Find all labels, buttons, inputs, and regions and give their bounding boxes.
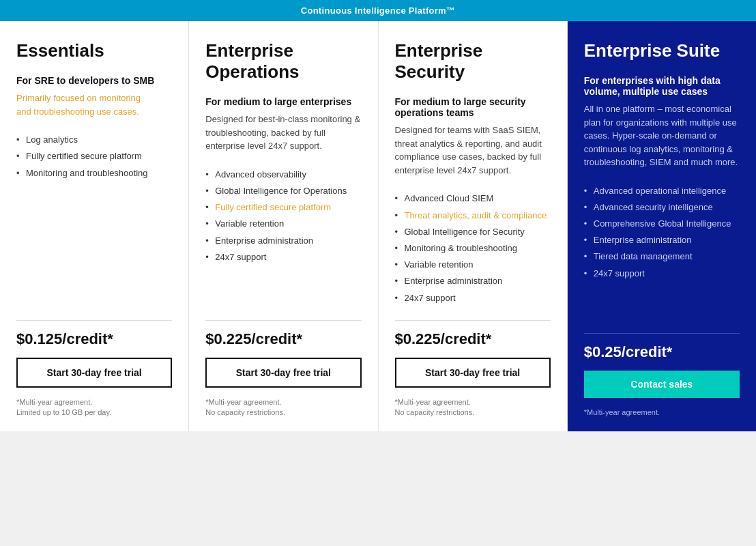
plan-desc-enterprise-operations: Designed for best-in-class monitoring & … bbox=[205, 113, 361, 153]
plan-col-enterprise-security: Enterprise SecurityFor medium to large s… bbox=[379, 21, 568, 431]
section-divider bbox=[16, 320, 172, 321]
features-list-enterprise-security: Advanced Cloud SIEMThreat analytics, aud… bbox=[395, 190, 551, 306]
cta-button-enterprise-security[interactable]: Start 30-day free trial bbox=[395, 358, 551, 388]
list-item: Variable retention bbox=[395, 257, 551, 273]
features-list-essentials: Log analyticsFully certified secure plat… bbox=[16, 132, 172, 306]
pricing-page: Continuous Intelligence Platform™ Essent… bbox=[0, 0, 756, 431]
top-bar-label: Continuous Intelligence Platform™ bbox=[301, 5, 456, 16]
plan-footnote-essentials: *Multi-year agreement.Limited up to 10 G… bbox=[16, 397, 172, 418]
plan-desc-essentials: Primarily focused on monitoringand troub… bbox=[16, 91, 172, 118]
plan-desc-enterprise-suite: All in one platform – most economical pl… bbox=[584, 102, 740, 169]
top-bar: Continuous Intelligence Platform™ bbox=[0, 0, 756, 21]
plan-footnote-enterprise-security: *Multi-year agreement.No capacity restri… bbox=[395, 397, 551, 418]
list-item: Global Intelligence for Operations bbox=[205, 183, 361, 199]
list-item: Monitoring and troubleshooting bbox=[16, 165, 172, 182]
list-item: Monitoring & troubleshooting bbox=[395, 240, 551, 257]
cta-button-essentials[interactable]: Start 30-day free trial bbox=[16, 358, 172, 388]
list-item: 24x7 support bbox=[205, 249, 361, 265]
section-divider bbox=[584, 333, 740, 334]
cta-button-enterprise-operations[interactable]: Start 30-day free trial bbox=[205, 358, 361, 388]
plan-title-essentials: Essentials bbox=[16, 40, 172, 61]
list-item: Fully certified secure platform bbox=[205, 199, 361, 216]
list-item: Advanced observability bbox=[205, 167, 361, 183]
plan-subtitle-enterprise-security: For medium to large security operations … bbox=[395, 96, 551, 118]
desc-highlight-security: threat analytics & reporting, and audit … bbox=[395, 139, 542, 162]
plan-col-enterprise-operations: Enterprise OperationsFor medium to large… bbox=[189, 21, 378, 431]
list-item: Comprehensive Global Intelligence bbox=[584, 216, 740, 232]
plan-subtitle-enterprise-operations: For medium to large enterprises bbox=[205, 96, 361, 107]
plan-price-enterprise-security: $0.225/credit* bbox=[395, 330, 551, 348]
plan-title-enterprise-suite: Enterprise Suite bbox=[584, 40, 740, 61]
list-item: Fully certified secure platform bbox=[16, 148, 172, 164]
plan-footnote-enterprise-operations: *Multi-year agreement.No capacity restri… bbox=[205, 397, 361, 418]
section-divider bbox=[395, 320, 551, 321]
plan-price-enterprise-operations: $0.225/credit* bbox=[205, 330, 361, 348]
list-item: Enterprise administration bbox=[395, 273, 551, 289]
list-item: 24x7 support bbox=[395, 290, 551, 306]
plan-footnote-enterprise-suite: *Multi-year agreement. bbox=[584, 407, 740, 418]
list-item: Advanced operational intelligence bbox=[584, 183, 740, 199]
list-item: Advanced Cloud SIEM bbox=[395, 190, 551, 207]
list-item: Enterprise administration bbox=[205, 233, 361, 249]
section-divider bbox=[205, 320, 361, 321]
plan-price-essentials: $0.125/credit* bbox=[16, 330, 172, 348]
list-item: Global Intelligence for Security bbox=[395, 224, 551, 240]
plan-col-enterprise-suite: Enterprise SuiteFor enterprises with hig… bbox=[568, 21, 756, 431]
feature-highlight: Fully certified secure platform bbox=[215, 202, 331, 212]
plan-price-enterprise-suite: $0.25/credit* bbox=[584, 343, 740, 361]
plan-title-enterprise-operations: Enterprise Operations bbox=[205, 40, 361, 83]
list-item: Variable retention bbox=[205, 216, 361, 232]
list-item: Advanced security intelligence bbox=[584, 199, 740, 216]
features-list-enterprise-suite: Advanced operational intelligenceAdvance… bbox=[584, 183, 740, 319]
list-item: Enterprise administration bbox=[584, 232, 740, 248]
plan-desc-enterprise-security: Designed for teams with SaaS SIEM, threa… bbox=[395, 124, 551, 177]
plan-subtitle-enterprise-suite: For enterprises with high data volume, m… bbox=[584, 75, 740, 97]
plan-subtitle-essentials: For SRE to developers to SMB bbox=[16, 75, 172, 86]
plan-col-essentials: EssentialsFor SRE to developers to SMBPr… bbox=[0, 21, 189, 431]
list-item: Log analytics bbox=[16, 132, 172, 148]
plan-desc-highlight: Primarily focused on monitoringand troub… bbox=[16, 93, 141, 117]
list-item: Tiered data management bbox=[584, 248, 740, 265]
plan-title-enterprise-security: Enterprise Security bbox=[395, 40, 551, 83]
features-list-enterprise-operations: Advanced observabilityGlobal Intelligenc… bbox=[205, 167, 361, 306]
feature-highlight: Threat analytics, audit & compliance bbox=[405, 210, 547, 220]
cta-button-enterprise-suite[interactable]: Contact sales bbox=[584, 371, 740, 398]
list-item: 24x7 support bbox=[584, 265, 740, 282]
plans-container: EssentialsFor SRE to developers to SMBPr… bbox=[0, 21, 756, 431]
list-item: Threat analytics, audit & compliance bbox=[395, 207, 551, 224]
